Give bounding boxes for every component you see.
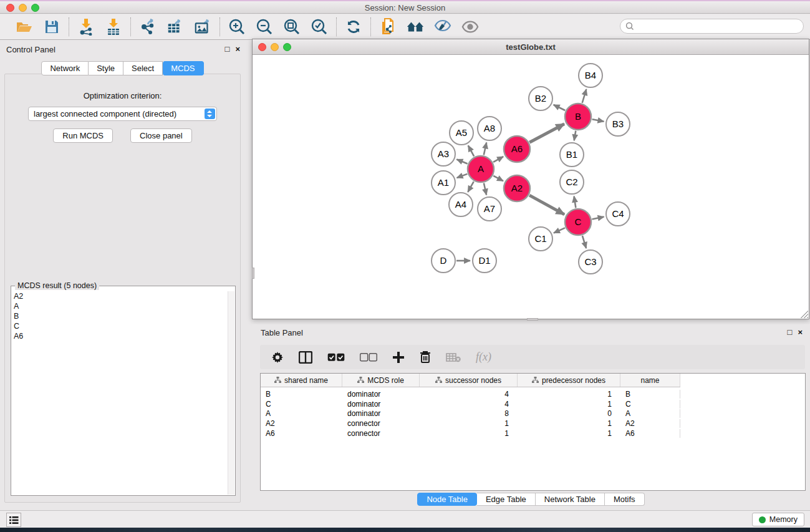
graph-edge-A-A1[interactable] — [457, 174, 468, 178]
tab-edge-table[interactable]: Edge Table — [477, 493, 536, 506]
graph-edge-A-A6[interactable] — [493, 157, 503, 162]
float-panel-icon[interactable]: □ — [788, 327, 793, 337]
graph-edge-A-A5[interactable] — [468, 145, 474, 156]
graph-node-C2[interactable]: C2 — [560, 170, 584, 194]
graph-edge-C-C2[interactable] — [574, 196, 576, 208]
zoom-fit-icon[interactable] — [283, 18, 301, 36]
float-panel-icon[interactable]: □ — [225, 44, 230, 54]
refresh-icon[interactable] — [345, 18, 362, 36]
close-panel-icon[interactable]: × — [235, 44, 240, 54]
graph-edge-A-A3[interactable] — [456, 160, 467, 164]
zoom-selected-icon[interactable] — [311, 18, 328, 36]
resize-grip-icon[interactable] — [800, 310, 808, 318]
tab-network[interactable]: Network — [41, 61, 89, 75]
list-item[interactable]: A2 — [14, 291, 228, 301]
task-history-button[interactable] — [6, 513, 21, 527]
network-canvas[interactable]: B4B2BB3A5A8A6B1A3AA1C2A2A4A7C4CC1C3DD1 — [253, 55, 809, 319]
save-icon[interactable] — [43, 18, 60, 36]
list-item[interactable]: A — [14, 301, 228, 311]
graph-edge-A-A4[interactable] — [468, 181, 473, 192]
export-image-icon[interactable] — [194, 18, 211, 36]
graph-edge-B-B4[interactable] — [582, 89, 587, 103]
graph-node-A1[interactable]: A1 — [432, 171, 455, 195]
list-item[interactable]: B — [14, 311, 228, 321]
memory-button[interactable]: Memory — [752, 513, 804, 526]
close-panel-button[interactable]: Close panel — [130, 128, 192, 143]
deselect-all-icon[interactable] — [360, 350, 377, 365]
column-header-mcds-role[interactable]: MCDS role — [342, 374, 420, 387]
graph-node-D1[interactable]: D1 — [473, 249, 496, 273]
graph-edge-B-B1[interactable] — [574, 131, 576, 141]
graph-node-C[interactable]: C — [565, 209, 591, 235]
graph-edge-C-C1[interactable] — [554, 228, 565, 233]
open-folder-icon[interactable] — [16, 18, 33, 36]
table-row[interactable]: A2 connector 1 1 A2 — [261, 418, 805, 428]
select-all-icon[interactable] — [327, 350, 345, 365]
table-row[interactable]: A dominator 8 0 A — [261, 409, 805, 419]
graph-node-B1[interactable]: B1 — [560, 143, 584, 167]
graph-edge-C-C4[interactable] — [592, 217, 604, 220]
graph-node-A8[interactable]: A8 — [478, 117, 501, 140]
graph-edge-A2-C[interactable] — [529, 195, 564, 215]
export-table-icon[interactable] — [166, 18, 184, 36]
graph-edge-A-A7[interactable] — [484, 183, 486, 195]
graph-node-C3[interactable]: C3 — [579, 250, 602, 274]
column-view-icon[interactable] — [299, 350, 312, 365]
table-row[interactable]: B dominator 4 1 B — [261, 389, 805, 399]
home-icon[interactable] — [407, 18, 424, 36]
tab-network-table[interactable]: Network Table — [536, 493, 605, 506]
hide-annotations-icon[interactable] — [434, 18, 451, 36]
graph-node-A6[interactable]: A6 — [504, 136, 530, 162]
graph-node-A7[interactable]: A7 — [478, 197, 501, 221]
tab-select[interactable]: Select — [123, 61, 163, 75]
search-box[interactable] — [620, 19, 804, 34]
list-item[interactable]: C — [14, 321, 228, 331]
pane-divider-handle[interactable] — [527, 318, 538, 321]
network-window-titlebar[interactable]: testGlobe.txt — [253, 39, 809, 55]
graph-node-A2[interactable]: A2 — [504, 175, 530, 201]
graph-node-A3[interactable]: A3 — [432, 142, 455, 166]
graph-edge-A-A2[interactable] — [493, 176, 503, 181]
graph-node-B4[interactable]: B4 — [579, 64, 602, 87]
tab-mcds[interactable]: MCDS — [163, 61, 203, 75]
import-table-icon[interactable] — [105, 18, 122, 36]
run-mcds-button[interactable]: Run MCDS — [53, 128, 113, 143]
graph-edge-B-B3[interactable] — [592, 119, 604, 122]
column-header-shared-name[interactable]: shared name — [261, 374, 342, 387]
graph-edge-B-B2[interactable] — [554, 105, 566, 110]
add-column-icon[interactable] — [392, 350, 405, 365]
zoom-in-icon[interactable] — [228, 18, 246, 36]
graph-node-B3[interactable]: B3 — [606, 112, 630, 136]
graph-node-A4[interactable]: A4 — [449, 193, 473, 216]
table-row[interactable]: C dominator 4 1 C — [261, 399, 805, 409]
graph-edge-A6-B[interactable] — [529, 124, 564, 143]
table-settings-gear-icon[interactable] — [271, 350, 284, 365]
tab-style[interactable]: Style — [89, 61, 123, 75]
tab-node-table[interactable]: Node Table — [417, 493, 477, 506]
close-panel-icon[interactable]: × — [798, 327, 803, 337]
scrollbar[interactable] — [228, 291, 234, 495]
graph-node-D[interactable]: D — [432, 249, 455, 273]
graph-node-C1[interactable]: C1 — [529, 227, 552, 251]
delete-trash-icon[interactable] — [420, 350, 431, 365]
pane-divider-handle[interactable] — [252, 268, 254, 279]
export-network-icon[interactable] — [139, 18, 157, 36]
graph-edge-C-C3[interactable] — [582, 236, 586, 248]
show-hide-icon[interactable] — [461, 18, 479, 36]
zoom-out-icon[interactable] — [256, 18, 273, 36]
clone-network-icon[interactable] — [379, 18, 397, 36]
column-header-name[interactable]: name — [620, 374, 680, 387]
search-input[interactable] — [634, 20, 803, 32]
graph-node-A5[interactable]: A5 — [450, 121, 473, 145]
graph-edge-A-A8[interactable] — [484, 143, 486, 155]
import-network-icon[interactable] — [77, 18, 95, 36]
list-item[interactable]: A6 — [14, 331, 228, 341]
column-header-predecessor-nodes[interactable]: predecessor nodes — [518, 374, 620, 387]
tab-motifs[interactable]: Motifs — [605, 493, 645, 506]
graph-node-A[interactable]: A — [468, 156, 494, 182]
optimization-criterion-select[interactable]: largest connected component (directed) — [28, 107, 217, 121]
table-row[interactable]: A6 connector 1 1 A6 — [261, 428, 805, 438]
graph-node-B[interactable]: B — [565, 104, 591, 130]
column-header-successor-nodes[interactable]: successor nodes — [420, 374, 518, 387]
graph-node-B2[interactable]: B2 — [529, 87, 552, 110]
